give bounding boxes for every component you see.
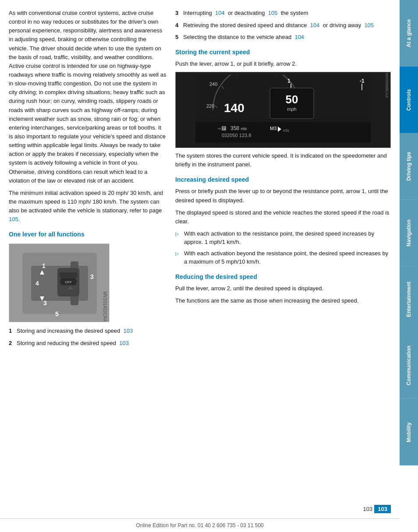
svg-text:M3: M3: [270, 126, 276, 131]
sidebar-tab-controls[interactable]: Controls: [400, 67, 418, 133]
page-ref-105[interactable]: 105: [9, 216, 18, 222]
sidebar-tab-driving-tips[interactable]: Driving tips: [400, 133, 418, 200]
svg-text:OFF: OFF: [65, 280, 72, 284]
page-number: 103: [363, 506, 373, 512]
reducing-heading: Reducing the desired speed: [175, 272, 391, 282]
speedometer-image: 220 240 260 140 160 1 -1: [175, 72, 391, 148]
storing-text: Push the lever, arrow 1, or pull it brie…: [175, 60, 391, 68]
svg-text:220: 220: [206, 103, 214, 109]
svg-text:50: 50: [286, 93, 298, 106]
reducing-text-2: The functions are the same as those when…: [175, 296, 391, 305]
svg-text:🅿: 🅿: [222, 126, 226, 131]
link-105-b[interactable]: 105: [364, 22, 374, 28]
svg-text:1: 1: [42, 262, 46, 269]
sidebar-tab-navigation[interactable]: Navigation: [400, 200, 418, 266]
footer-text: Online Edition for Part no. 01 40 2 606 …: [136, 522, 264, 528]
reducing-text-1: Pull the lever, arrow 2, until the desir…: [175, 284, 391, 293]
svg-text:032050  123.8: 032050 123.8: [222, 133, 251, 138]
page-footer: Online Edition for Part no. 01 40 2 606 …: [0, 518, 400, 532]
svg-text:-1: -1: [360, 78, 365, 84]
list-item-3: 3 Interrupting 104 or deactivating 105 t…: [175, 9, 391, 18]
sidebar-tab-mobility[interactable]: Mobility: [400, 399, 418, 465]
functions-list: 1 Storing and increasing the desired spe…: [9, 327, 166, 347]
list-item-1: 1 Storing and increasing the desired spe…: [9, 327, 166, 335]
sidebar-tab-communication[interactable]: Communication: [400, 332, 418, 399]
increasing-text-1: Press or briefly push the lever up to or…: [175, 187, 391, 204]
increasing-text-2: The displayed speed is stored and the ve…: [175, 208, 391, 226]
svg-text:3: 3: [90, 273, 94, 280]
sidebar-tab-at-a-glance[interactable]: At a glance: [400, 0, 418, 67]
speedo-image-label: MV05898CA4: [384, 73, 390, 98]
link-105-a[interactable]: 105: [268, 10, 278, 16]
svg-text:140: 140: [224, 101, 244, 115]
storing-heading: Storing the current speed: [175, 48, 391, 57]
bullet-arrow-1: ▷: [175, 229, 181, 247]
list-item-5: 5 Selecting the distance to the vehicle …: [175, 33, 391, 42]
page-number-box: 103: [374, 505, 391, 513]
link-104-b[interactable]: 104: [310, 22, 320, 28]
system-stores-text: The system stores the current vehicle sp…: [175, 151, 391, 169]
page-number-area: 103 103: [0, 503, 400, 514]
svg-text:3: 3: [43, 299, 47, 307]
svg-text:4: 4: [35, 280, 39, 287]
svg-text:358 mls: 358 mls: [230, 125, 247, 131]
sidebar-tab-reference[interactable]: Reference: [400, 465, 418, 532]
link-103-a[interactable]: 103: [124, 328, 133, 334]
svg-text:1: 1: [287, 78, 290, 84]
svg-text:⇒: ⇒: [217, 126, 221, 131]
min-speed-paragraph: The minimum initial activation speed is …: [9, 189, 166, 224]
svg-text:240: 240: [209, 81, 217, 87]
increasing-bullets: ▷ With each activation to the resistance…: [175, 229, 391, 266]
svg-text:mls: mls: [283, 128, 289, 133]
bullet-arrow-2: ▷: [175, 249, 181, 266]
lever-image-label: MV101452CA4: [102, 292, 108, 321]
sidebar: At a glance Controls Driving tips Naviga…: [400, 0, 418, 532]
svg-rect-5: [60, 272, 77, 278]
increasing-heading: Increasing desired speed: [175, 175, 391, 184]
link-104-c[interactable]: 104: [294, 34, 304, 40]
svg-text:mph: mph: [287, 106, 296, 112]
svg-text:5: 5: [55, 310, 59, 317]
link-103-b[interactable]: 103: [119, 340, 129, 346]
bullet-item-1: ▷ With each activation to the resistance…: [175, 229, 391, 247]
one-lever-heading: One lever for all functions: [9, 230, 166, 239]
sidebar-tab-entertainment[interactable]: Entertainment: [400, 266, 418, 333]
list-item-4: 4 Retrieving the stored desired speed an…: [175, 21, 391, 30]
list-item-2: 2 Storing and reducing the desired speed…: [9, 339, 166, 348]
bullet-item-2: ▷ With each activation beyond the resist…: [175, 249, 391, 266]
link-104-a[interactable]: 104: [215, 10, 225, 16]
lever-image: OFF 1 3 3 4 5 MV101452CA4: [9, 243, 110, 322]
intro-paragraph: As with conventional cruise control syst…: [9, 9, 166, 185]
right-numbered-list: 3 Interrupting 104 or deactivating 105 t…: [175, 9, 391, 42]
